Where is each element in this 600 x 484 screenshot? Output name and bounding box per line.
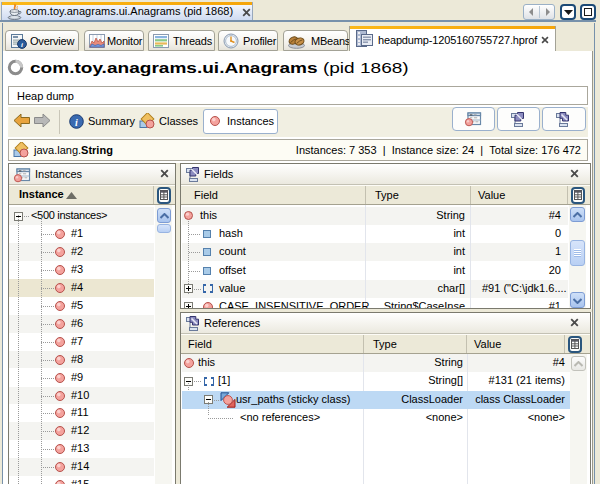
svg-text:i: i <box>21 41 23 49</box>
svg-text:i: i <box>75 117 78 128</box>
